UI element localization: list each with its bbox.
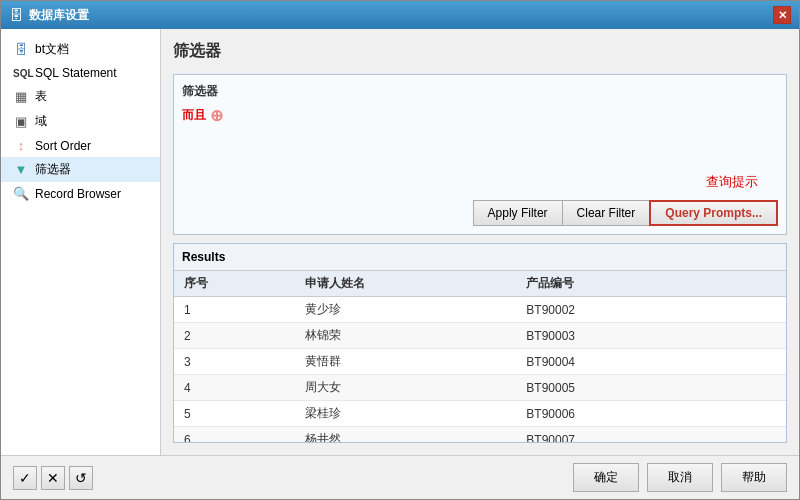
- main-window: 🗄 数据库设置 ✕ 🗄 bt文档 SQL SQL Statement ▦ 表 ▣…: [0, 0, 800, 500]
- cancel-icon-button[interactable]: ✕: [41, 466, 65, 490]
- title-bar: 🗄 数据库设置 ✕: [1, 1, 799, 29]
- filter-icon: ▼: [13, 162, 29, 177]
- col-header-id: 序号: [174, 271, 295, 297]
- cell-name: 林锦荣: [295, 323, 516, 349]
- filter-buttons: Apply Filter Clear Filter Query Prompts.…: [182, 200, 778, 226]
- cell-name: 黄悟群: [295, 349, 516, 375]
- sidebar-label-record: Record Browser: [35, 187, 121, 201]
- record-icon: 🔍: [13, 186, 29, 201]
- cell-extra: [706, 323, 786, 349]
- table-icon: ▦: [13, 89, 29, 104]
- sidebar-label-field: 域: [35, 113, 47, 130]
- bottom-icons: ✓ ✕ ↺: [13, 466, 93, 490]
- sidebar-item-field[interactable]: ▣ 域: [1, 109, 160, 134]
- cell-name: 梁桂珍: [295, 401, 516, 427]
- table-row: 6 杨井然 BT90007: [174, 427, 786, 443]
- table-row: 1 黄少珍 BT90002: [174, 297, 786, 323]
- table-row: 4 周大女 BT90005: [174, 375, 786, 401]
- sidebar-label-table: 表: [35, 88, 47, 105]
- results-title: Results: [174, 244, 786, 271]
- help-button[interactable]: 帮助: [721, 463, 787, 492]
- sidebar-item-sort[interactable]: ↕ Sort Order: [1, 134, 160, 157]
- filter-content: 而且 ⊕ 查询提示: [182, 106, 778, 196]
- cell-name: 周大女: [295, 375, 516, 401]
- filter-panel: 筛选器 而且 ⊕ 查询提示 Apply Filter Clear Filter …: [173, 74, 787, 235]
- page-title: 筛选器: [173, 41, 787, 62]
- cell-code: BT90005: [516, 375, 706, 401]
- cell-name: 黄少珍: [295, 297, 516, 323]
- table-row: 3 黄悟群 BT90004: [174, 349, 786, 375]
- cancel-button[interactable]: 取消: [647, 463, 713, 492]
- filter-panel-title: 筛选器: [182, 83, 778, 100]
- field-icon: ▣: [13, 114, 29, 129]
- sidebar-item-record[interactable]: 🔍 Record Browser: [1, 182, 160, 205]
- sidebar-label-filter: 筛选器: [35, 161, 71, 178]
- cell-id: 4: [174, 375, 295, 401]
- cell-extra: [706, 401, 786, 427]
- sidebar-label-bt-doc: bt文档: [35, 41, 69, 58]
- and-label: 而且: [182, 107, 206, 124]
- cell-id: 2: [174, 323, 295, 349]
- cell-id: 1: [174, 297, 295, 323]
- cell-code: BT90006: [516, 401, 706, 427]
- cell-extra: [706, 375, 786, 401]
- data-table: 序号 申请人姓名 产品编号 1 黄少珍 BT90002 2 林锦荣 BT9000…: [174, 271, 786, 442]
- close-button[interactable]: ✕: [773, 6, 791, 24]
- content-area: 🗄 bt文档 SQL SQL Statement ▦ 表 ▣ 域 ↕ Sort …: [1, 29, 799, 455]
- col-header-code: 产品编号: [516, 271, 706, 297]
- clear-filter-button[interactable]: Clear Filter: [562, 200, 651, 226]
- confirm-icon-button[interactable]: ✓: [13, 466, 37, 490]
- cell-code: BT90003: [516, 323, 706, 349]
- cell-extra: [706, 349, 786, 375]
- window-icon: 🗄: [9, 7, 23, 23]
- col-header-extra: [706, 271, 786, 297]
- query-hint: 查询提示: [706, 173, 758, 191]
- table-row: 5 梁桂珍 BT90006: [174, 401, 786, 427]
- sidebar: 🗄 bt文档 SQL SQL Statement ▦ 表 ▣ 域 ↕ Sort …: [1, 29, 161, 455]
- cell-id: 6: [174, 427, 295, 443]
- sql-icon: SQL: [13, 68, 29, 79]
- cell-extra: [706, 297, 786, 323]
- refresh-icon-button[interactable]: ↺: [69, 466, 93, 490]
- sidebar-item-bt-doc[interactable]: 🗄 bt文档: [1, 37, 160, 62]
- cell-code: BT90007: [516, 427, 706, 443]
- sidebar-item-filter[interactable]: ▼ 筛选器: [1, 157, 160, 182]
- sort-icon: ↕: [13, 138, 29, 153]
- cell-code: BT90004: [516, 349, 706, 375]
- col-header-name: 申请人姓名: [295, 271, 516, 297]
- title-bar-left: 🗄 数据库设置: [9, 7, 89, 24]
- ok-button[interactable]: 确定: [573, 463, 639, 492]
- sidebar-label-sql: SQL Statement: [35, 66, 117, 80]
- sidebar-item-table[interactable]: ▦ 表: [1, 84, 160, 109]
- results-panel: Results 序号 申请人姓名 产品编号 1: [173, 243, 787, 443]
- cell-name: 杨井然: [295, 427, 516, 443]
- filter-and: 而且 ⊕: [182, 106, 778, 125]
- bottom-buttons: 确定 取消 帮助: [573, 463, 787, 492]
- cell-code: BT90002: [516, 297, 706, 323]
- main-panel: 筛选器 筛选器 而且 ⊕ 查询提示 Apply Filter Clear Fil…: [161, 29, 799, 455]
- sidebar-label-sort: Sort Order: [35, 139, 91, 153]
- db-icon: 🗄: [13, 42, 29, 57]
- window-title: 数据库设置: [29, 7, 89, 24]
- cell-extra: [706, 427, 786, 443]
- table-row: 2 林锦荣 BT90003: [174, 323, 786, 349]
- add-filter-button[interactable]: ⊕: [210, 106, 223, 125]
- apply-filter-button[interactable]: Apply Filter: [473, 200, 563, 226]
- query-prompts-button[interactable]: Query Prompts...: [649, 200, 778, 226]
- bottom-bar: ✓ ✕ ↺ 确定 取消 帮助: [1, 455, 799, 499]
- cell-id: 5: [174, 401, 295, 427]
- sidebar-item-sql[interactable]: SQL SQL Statement: [1, 62, 160, 84]
- results-table[interactable]: 序号 申请人姓名 产品编号 1 黄少珍 BT90002 2 林锦荣 BT9000…: [174, 271, 786, 442]
- cell-id: 3: [174, 349, 295, 375]
